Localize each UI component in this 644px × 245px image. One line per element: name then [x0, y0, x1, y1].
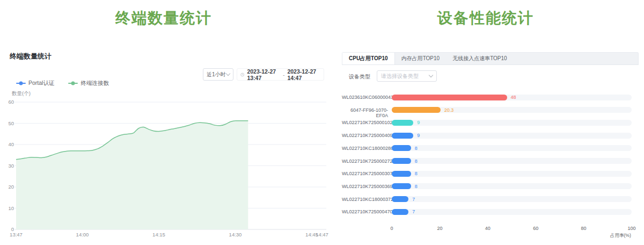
bar-track [392, 183, 632, 189]
x-tick-label: 80 [581, 226, 587, 231]
x-tick-label: 100 [627, 226, 635, 231]
y-tick-label: 40 [8, 141, 14, 147]
legend-label: 终端连接数 [80, 80, 109, 87]
x-tick-label: 60 [533, 226, 538, 231]
bar[interactable] [392, 120, 413, 126]
x-tick-label: 14:00 [76, 232, 89, 237]
terminal-area-chart: 010203040506013:4714:0014:1514:3014:4514… [0, 89, 328, 242]
date-end: 2023-12-27 14:47 [287, 68, 320, 81]
bar-value-label: 48 [511, 95, 516, 100]
x-tick-label: 14:30 [229, 232, 242, 237]
legend-marker-icon [16, 83, 26, 84]
chevron-down-icon [226, 71, 230, 76]
legend-item-terminal[interactable]: 终端连接数 [68, 80, 109, 87]
bar-track [392, 145, 632, 151]
x-tick-label: 13:47 [10, 232, 23, 237]
left-section-title: 终端数量统计 [0, 8, 327, 29]
bar-category-label: WL022710K725000102 [342, 120, 388, 125]
legend-marker-icon [68, 83, 78, 84]
bar-track [392, 133, 632, 139]
bar[interactable] [392, 196, 408, 202]
tab-wireless-rate-top10[interactable]: 无线接入点速率TOP10 [446, 53, 514, 64]
x-tick-label: 14:15 [152, 232, 165, 237]
bar-category-label: WL022710K725000409 [342, 133, 388, 138]
bar[interactable] [392, 158, 411, 164]
y-tick-label: 50 [8, 120, 14, 126]
date-separator: - [283, 71, 285, 78]
bar[interactable] [392, 171, 411, 177]
bar-track [392, 120, 632, 126]
time-range-value: 近1小时 [207, 71, 226, 78]
bar-value-label: 7 [412, 209, 415, 214]
bar[interactable] [392, 145, 411, 151]
tab-label: 内存占用TOP10 [401, 55, 440, 62]
bar-value-label: 7 [412, 197, 415, 202]
bar-value-label: 9 [417, 120, 420, 125]
bar-track [392, 171, 632, 177]
bar[interactable] [392, 133, 413, 139]
bar-value-label: 9 [417, 133, 420, 138]
y-tick-label: 30 [8, 163, 14, 169]
x-tick-label: 0 [390, 226, 393, 231]
bar[interactable] [392, 95, 507, 100]
bar-value-label: 8 [415, 158, 418, 164]
bar-category-label: WL022710K725000272 [342, 158, 388, 164]
bar-track [392, 209, 632, 215]
y-tick-label: 10 [8, 205, 14, 211]
legend-label: Portal认证 [28, 80, 54, 87]
clock-icon [240, 72, 244, 77]
performance-tabbar: CPU占用TOP10 内存占用TOP10 无线接入点速率TOP10 [342, 52, 639, 65]
x-tick-label: 40 [485, 226, 491, 231]
right-section-title: 设备性能统计 [333, 8, 639, 29]
bar-category-label: 6047-FF96-1070-EF0A [342, 107, 388, 118]
y-tick-label: 60 [8, 99, 14, 105]
terminal-card-title: 终端数量统计 [10, 52, 52, 61]
legend-item-portal[interactable]: Portal认证 [16, 80, 54, 87]
y-tick-label: 20 [8, 184, 14, 190]
bar-track [392, 158, 632, 164]
tab-label: CPU占用TOP10 [349, 55, 388, 62]
tab-cpu-top10[interactable]: CPU占用TOP10 [342, 53, 395, 64]
bar[interactable] [392, 183, 411, 189]
device-type-placeholder: 请选择设备类型 [381, 73, 429, 80]
bar-category-label: WL022710K725000470 [342, 209, 388, 214]
bar-category-label: WL022710K725000369 [342, 184, 388, 189]
bar-value-label: 8 [415, 171, 418, 176]
time-range-select[interactable]: 近1小时 [203, 68, 233, 81]
date-start: 2023-12-27 13:47 [247, 68, 280, 81]
x-tick-label: 14:47 [316, 232, 328, 237]
dashboard: 终端数量统计 设备性能统计 终端数量统计 近1小时 2023-12-27 13:… [0, 0, 644, 245]
line-chart-legend: Portal认证 终端连接数 [16, 80, 109, 87]
device-type-label: 设备类型 [349, 73, 370, 81]
bar-value-label: 20.3 [444, 107, 454, 113]
bar-category-label: WL022710K725000307 [342, 171, 388, 176]
bar-category-label: WL022710KC18000280 [342, 146, 388, 151]
tab-label: 无线接入点速率TOP10 [452, 55, 507, 62]
bar-category-label: WL023610KC06000043 [342, 95, 388, 100]
bar[interactable] [392, 107, 441, 113]
bar[interactable] [392, 209, 408, 215]
x-axis-title: 占用率(%) [610, 233, 631, 239]
x-tick-label: 20 [437, 226, 442, 231]
tab-memory-top10[interactable]: 内存占用TOP10 [395, 53, 447, 64]
bar-value-label: 8 [415, 184, 418, 189]
chevron-down-icon [429, 73, 433, 77]
bar-category-label: WL022710KC18000372 [342, 197, 388, 202]
cpu-top10-bar-chart: WL023610KC06000043486047-FF96-1070-EF0A2… [342, 89, 640, 242]
date-range-picker[interactable]: 2023-12-27 13:47 - 2023-12-27 14:47 [237, 68, 324, 81]
area-fill [16, 121, 248, 229]
bar-value-label: 8 [415, 146, 418, 151]
device-type-select[interactable]: 请选择设备类型 [377, 70, 437, 82]
bar-track [392, 196, 632, 202]
